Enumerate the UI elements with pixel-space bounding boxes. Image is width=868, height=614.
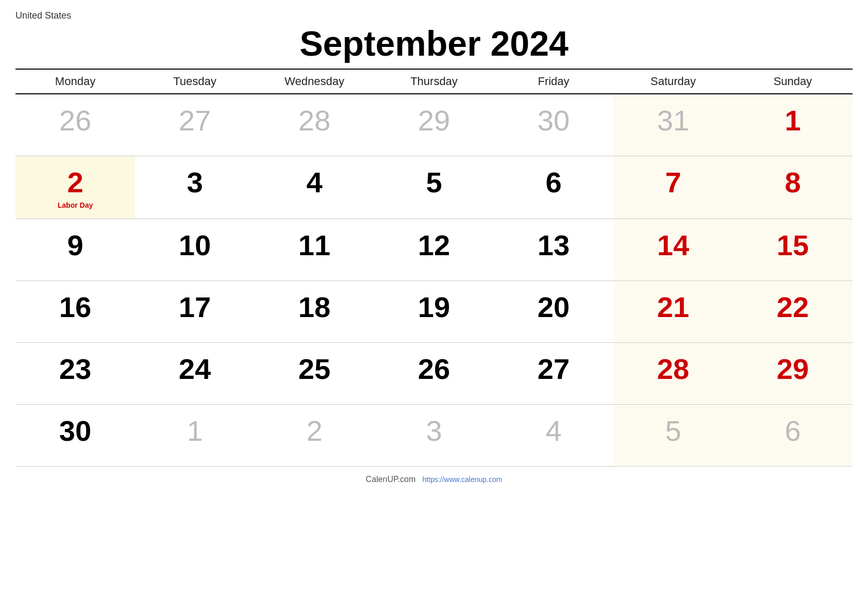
day-number: 11 — [298, 229, 330, 261]
day-number: 23 — [59, 353, 91, 385]
calendar-day-cell: 29 — [374, 94, 494, 156]
calendar-day-cell: 4 — [494, 404, 613, 466]
calendar-day-cell: 30 — [15, 404, 135, 466]
calendar-day-cell: 1 — [733, 94, 853, 156]
weekday-header-monday: Monday — [15, 69, 135, 94]
holiday-label: Labor Day — [21, 201, 130, 209]
calendar-day-cell: 14 — [613, 219, 733, 280]
day-number: 18 — [298, 291, 330, 323]
calendar-day-cell: 20 — [494, 280, 613, 342]
day-number: 2 — [306, 414, 322, 447]
calendar-day-cell: 13 — [494, 219, 613, 280]
day-number: 5 — [665, 414, 681, 447]
calendar-day-cell: 23 — [15, 342, 135, 404]
day-number: 10 — [179, 229, 211, 261]
day-number: 28 — [657, 353, 689, 385]
calendar-week-row: 16171819202122 — [15, 280, 853, 342]
day-number: 7 — [665, 166, 681, 198]
calendar-day-cell: 6 — [733, 404, 853, 466]
country-label: United States — [15, 10, 853, 21]
day-number: 21 — [657, 291, 689, 323]
day-number: 3 — [187, 166, 203, 198]
day-number: 9 — [67, 229, 83, 261]
day-number: 29 — [777, 353, 809, 385]
day-number: 27 — [179, 104, 211, 137]
calendar-day-cell: 7 — [613, 156, 733, 219]
calendar-day-cell: 2Labor Day — [15, 156, 135, 219]
day-number: 22 — [777, 291, 809, 323]
day-number: 3 — [426, 414, 442, 447]
day-number: 25 — [298, 353, 330, 385]
day-number: 26 — [418, 353, 450, 385]
day-number: 4 — [545, 414, 561, 447]
day-number: 6 — [784, 414, 800, 447]
day-number: 8 — [784, 166, 800, 198]
calendar-day-cell: 31 — [613, 94, 733, 156]
calendar-day-cell: 26 — [15, 94, 135, 156]
calendar-day-cell: 4 — [255, 156, 374, 219]
day-number: 31 — [657, 104, 689, 137]
calendar-day-cell: 11 — [255, 219, 374, 280]
day-number: 29 — [418, 104, 450, 137]
calendar-day-cell: 22 — [733, 280, 853, 342]
day-number: 28 — [298, 104, 330, 137]
calendar-day-cell: 12 — [374, 219, 494, 280]
calendar-day-cell: 5 — [374, 156, 494, 219]
calendar-week-row: 30123456 — [15, 404, 853, 466]
calendar-day-cell: 3 — [135, 156, 255, 219]
calendar-day-cell: 27 — [494, 342, 613, 404]
calendar-day-cell: 25 — [255, 342, 374, 404]
day-number: 16 — [59, 291, 91, 323]
day-number: 20 — [538, 291, 570, 323]
day-number: 30 — [59, 414, 91, 447]
calendar-day-cell: 28 — [613, 342, 733, 404]
weekday-header-wednesday: Wednesday — [255, 69, 374, 94]
calendar-day-cell: 16 — [15, 280, 135, 342]
calendar-day-cell: 29 — [733, 342, 853, 404]
day-number: 24 — [179, 353, 211, 385]
calendar-day-cell: 15 — [733, 219, 853, 280]
calendar-day-cell: 8 — [733, 156, 853, 219]
day-number: 27 — [538, 353, 570, 385]
calendar-day-cell: 24 — [135, 342, 255, 404]
calendar-day-cell: 18 — [255, 280, 374, 342]
month-title: September 2024 — [15, 23, 853, 63]
calendar-week-row: 23242526272829 — [15, 342, 853, 404]
day-number: 1 — [784, 104, 800, 137]
calendar-day-cell: 19 — [374, 280, 494, 342]
weekday-header-tuesday: Tuesday — [135, 69, 255, 94]
calendar-day-cell: 21 — [613, 280, 733, 342]
day-number: 13 — [538, 229, 570, 261]
day-number: 30 — [538, 104, 570, 137]
day-number: 15 — [777, 229, 809, 261]
day-number: 17 — [179, 291, 211, 323]
footer: CalenUP.com https://www.calenup.com — [15, 475, 853, 484]
day-number: 19 — [418, 291, 450, 323]
day-number: 26 — [59, 104, 91, 137]
day-number: 1 — [187, 414, 203, 447]
footer-brand: CalenUP.com — [366, 475, 416, 484]
calendar-day-cell: 2 — [255, 404, 374, 466]
weekday-header-row: MondayTuesdayWednesdayThursdayFridaySatu… — [15, 69, 853, 94]
weekday-header-sunday: Sunday — [733, 69, 853, 94]
footer-url[interactable]: https://www.calenup.com — [423, 475, 503, 484]
day-number: 4 — [306, 166, 322, 198]
calendar-week-row: 9101112131415 — [15, 219, 853, 280]
calendar-day-cell: 27 — [135, 94, 255, 156]
day-number: 6 — [545, 166, 561, 198]
calendar-day-cell: 30 — [494, 94, 613, 156]
calendar-week-row: 2Labor Day345678 — [15, 156, 853, 219]
calendar-day-cell: 26 — [374, 342, 494, 404]
calendar-day-cell: 28 — [255, 94, 374, 156]
calendar-day-cell: 5 — [613, 404, 733, 466]
weekday-header-friday: Friday — [494, 69, 613, 94]
weekday-header-thursday: Thursday — [374, 69, 494, 94]
calendar-day-cell: 10 — [135, 219, 255, 280]
day-number: 12 — [418, 229, 450, 261]
calendar-table: MondayTuesdayWednesdayThursdayFridaySatu… — [15, 69, 853, 467]
calendar-day-cell: 9 — [15, 219, 135, 280]
weekday-header-saturday: Saturday — [613, 69, 733, 94]
calendar-week-row: 2627282930311 — [15, 94, 853, 156]
day-number: 14 — [657, 229, 689, 261]
calendar-day-cell: 1 — [135, 404, 255, 466]
